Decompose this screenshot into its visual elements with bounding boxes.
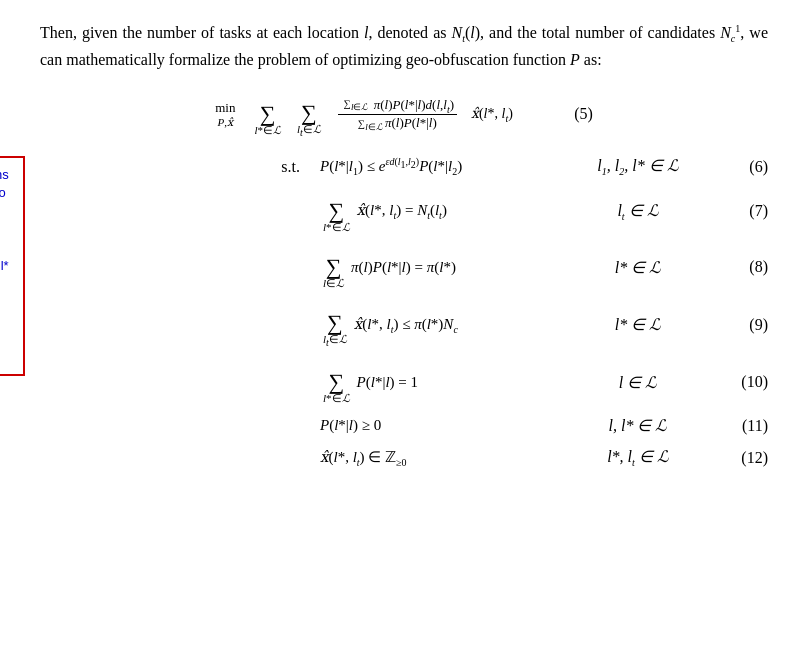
eq12-math: x̂(l*, lt) ∈ ℤ≥0 [320, 448, 558, 468]
eq12-number: (12) [718, 449, 768, 467]
eq6-condition: l1, l2, l* ∈ ℒ [558, 156, 718, 177]
eq9-condition: l* ∈ ℒ [558, 315, 718, 334]
equation-6-row: s.t. P(l*|l1) ≤ eεd(l1,l2)P(l*|l2) l1, l… [240, 156, 768, 177]
equation-9-row: x ∑ lt∈ℒ x̂(l*, lt) ≤ π(l*)Nc l* ∈ ℒ (9) [240, 301, 768, 348]
intro-paragraph: Then, given the number of tasks at each … [40, 20, 768, 73]
equation-7-row: x ∑ l*∈ℒ x̂(l*, lt) = Nt(lt) lt ∈ ℒ (7) [240, 189, 768, 233]
eq10-condition: l ∈ ℒ [558, 373, 718, 392]
equation-10-row: x ∑ l*∈ℒ P(l*|l) = 1 l ∈ ℒ (10) [240, 360, 768, 404]
eq11-math: P(l*|l) ≥ 0 [320, 417, 558, 434]
page-content: Then, given the number of tasks at each … [40, 20, 768, 469]
eq11-number: (11) [718, 417, 768, 435]
constraints-section: for(9),the left one means the all tasks … [40, 156, 768, 469]
eq12-condition: l*, lt ∈ ℒ [558, 447, 718, 468]
eq9-math: x ∑ lt∈ℒ x̂(l*, lt) ≤ π(l*)Nc [320, 301, 558, 348]
st-label: s.t. [240, 158, 320, 176]
eq5-number: (5) [563, 105, 593, 123]
eq10-math: x ∑ l*∈ℒ P(l*|l) = 1 [320, 360, 558, 404]
eq8-number: (8) [718, 258, 768, 276]
eq6-number: (6) [718, 158, 768, 176]
equation-8-row: x ∑ l∈ℒ π(l)P(l*|l) = π(l*) l* ∈ ℒ (8) [240, 245, 768, 289]
annotation-text: for(9),the left one means the all tasks … [0, 167, 9, 273]
eq7-number: (7) [718, 202, 768, 220]
annotation-box: for(9),the left one means the all tasks … [0, 156, 25, 376]
eq7-condition: lt ∈ ℒ [558, 201, 718, 222]
eq10-number: (10) [718, 373, 768, 391]
equation-11-row: P(l*|l) ≥ 0 l, l* ∈ ℒ (11) [240, 416, 768, 435]
eq11-condition: l, l* ∈ ℒ [558, 416, 718, 435]
eq6-math: P(l*|l1) ≤ eεd(l1,l2)P(l*|l2) [320, 156, 558, 177]
equation-5: min P,x̂ x ∑ l*∈ℒ x ∑ lt∈ℒ ∑l∈ℒ π(l)P(l*… [40, 91, 768, 138]
eq8-condition: l* ∈ ℒ [558, 258, 718, 277]
equation-12-row: x̂(l*, lt) ∈ ℤ≥0 l*, lt ∈ ℒ (12) [240, 447, 768, 468]
eq9-number: (9) [718, 316, 768, 334]
eq7-math: x ∑ l*∈ℒ x̂(l*, lt) = Nt(lt) [320, 189, 558, 233]
eq8-math: x ∑ l∈ℒ π(l)P(l*|l) = π(l*) [320, 245, 558, 289]
